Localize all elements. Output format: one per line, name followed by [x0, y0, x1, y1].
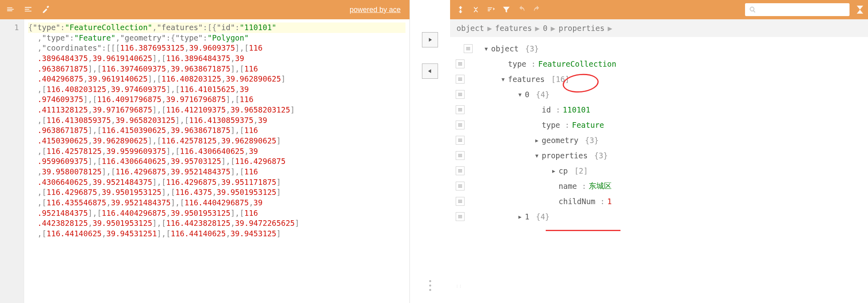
tree-value: 110101 — [563, 105, 590, 114]
expand-icon[interactable] — [455, 4, 466, 15]
drag-handle-icon[interactable] — [456, 282, 461, 291]
toggle-icon[interactable]: ▼ — [515, 92, 525, 98]
left-toolbar: powered by ace — [0, 0, 409, 19]
tree-row[interactable]: ▼0{4} — [450, 87, 868, 102]
svg-rect-18 — [458, 139, 462, 139]
annotation-underline — [546, 230, 620, 231]
tree-key: type — [508, 59, 526, 68]
tree-meta: {3} — [594, 151, 608, 160]
menu-box-icon[interactable] — [456, 212, 465, 221]
undo-icon[interactable] — [516, 4, 527, 15]
breadcrumb-item[interactable]: features — [495, 24, 532, 33]
tree-panel: object▶features▶0▶properties▶ ▼object{3}… — [450, 0, 868, 303]
svg-rect-8 — [458, 80, 462, 81]
tree-key: cp — [559, 166, 568, 175]
tree-meta: {3} — [585, 136, 599, 145]
tree-key: 0 — [525, 90, 529, 99]
tree-key: properties — [542, 151, 588, 160]
tree-row[interactable]: ▼object{3} — [450, 41, 868, 56]
svg-rect-30 — [458, 200, 462, 201]
tree-meta: {4} — [536, 212, 549, 221]
menu-box-icon[interactable] — [456, 105, 465, 114]
menu-box-icon[interactable] — [456, 121, 465, 129]
svg-rect-35 — [458, 217, 462, 218]
toggle-icon[interactable]: ▼ — [498, 76, 508, 82]
menu-box-icon[interactable] — [456, 197, 465, 206]
svg-rect-28 — [458, 186, 462, 186]
tree-row[interactable]: ▼features[16] — [450, 72, 868, 87]
menu-box-icon[interactable] — [456, 75, 465, 84]
tree-row[interactable]: ▶1{4} — [450, 209, 868, 224]
menu-box-icon[interactable] — [456, 90, 465, 99]
filter-icon[interactable] — [501, 4, 512, 15]
tree-value: 东城区 — [589, 181, 612, 191]
lines-icon[interactable] — [23, 4, 34, 15]
format-icon[interactable] — [5, 4, 16, 15]
back-button[interactable] — [422, 63, 438, 79]
svg-rect-9 — [458, 93, 462, 94]
tree-key: features — [508, 75, 545, 84]
svg-rect-4 — [458, 63, 462, 64]
chevron-right-icon: ▶ — [608, 24, 612, 33]
breadcrumb-item[interactable]: properties — [559, 24, 604, 33]
breadcrumb-item[interactable]: 0 — [543, 24, 547, 33]
svg-rect-5 — [458, 65, 462, 66]
tree-key: object — [491, 44, 519, 53]
code-panel: powered by ace 1 {"type":"FeatureCollect… — [0, 0, 410, 303]
svg-rect-14 — [458, 111, 462, 111]
menu-box-icon[interactable] — [456, 59, 465, 68]
breadcrumb: object▶features▶0▶properties▶ — [450, 19, 868, 37]
menu-box-icon[interactable] — [456, 182, 465, 190]
toggle-icon[interactable]: ▶ — [532, 137, 542, 143]
search-input[interactable] — [760, 6, 845, 13]
tree-key: geometry — [542, 136, 579, 145]
svg-rect-7 — [458, 79, 462, 80]
menu-box-icon[interactable] — [456, 151, 465, 160]
sort-icon[interactable] — [485, 4, 497, 15]
tree-key: type — [542, 121, 560, 129]
breadcrumb-item[interactable]: object — [457, 24, 484, 33]
line-gutter: 1 — [0, 19, 24, 303]
code-editor[interactable]: 1 {"type":"FeatureCollection","features"… — [0, 19, 409, 303]
tree-row[interactable]: type:Feature — [450, 117, 868, 133]
tree-row[interactable]: ▶cp[2] — [450, 163, 868, 178]
up-arrow-icon[interactable] — [857, 10, 863, 14]
powered-by-link[interactable]: powered by ace — [350, 6, 405, 14]
tree-value: Feature — [572, 121, 604, 129]
svg-rect-15 — [458, 123, 462, 124]
menu-box-icon[interactable] — [456, 136, 465, 145]
svg-rect-6 — [458, 78, 462, 78]
tree-row[interactable]: type:FeatureCollection — [450, 56, 868, 72]
svg-rect-17 — [458, 126, 462, 127]
tree-row[interactable]: childNum:1 — [450, 194, 868, 209]
tree-row[interactable]: id:110101 — [450, 102, 868, 117]
svg-rect-20 — [458, 141, 462, 142]
toggle-icon[interactable]: ▶ — [515, 214, 525, 220]
svg-rect-25 — [458, 170, 462, 171]
redo-icon[interactable] — [531, 4, 542, 15]
wrench-icon[interactable] — [40, 4, 51, 15]
search-icon — [749, 6, 756, 13]
svg-rect-0 — [466, 47, 470, 48]
svg-rect-13 — [458, 109, 462, 110]
toggle-icon[interactable]: ▼ — [481, 46, 491, 52]
toggle-icon[interactable]: ▼ — [532, 153, 542, 159]
collapse-icon[interactable] — [470, 4, 481, 15]
tree-row[interactable]: ▶geometry{3} — [450, 133, 868, 148]
menu-box-icon[interactable] — [464, 44, 473, 53]
svg-rect-34 — [458, 216, 462, 217]
toggle-icon[interactable]: ▶ — [549, 168, 559, 174]
menu-box-icon[interactable] — [456, 166, 465, 175]
tree-row[interactable]: name:东城区 — [450, 178, 868, 194]
chevron-right-icon: ▶ — [487, 24, 492, 33]
chevron-right-icon: ▶ — [535, 24, 540, 33]
down-arrow-icon[interactable] — [857, 6, 863, 10]
svg-rect-21 — [458, 154, 462, 155]
resize-handle[interactable] — [429, 280, 431, 291]
svg-rect-33 — [458, 215, 462, 216]
tree-value: 1 — [607, 197, 612, 206]
svg-rect-1 — [466, 48, 470, 49]
svg-rect-31 — [458, 201, 462, 202]
tree-row[interactable]: ▼properties{3} — [450, 148, 868, 163]
forward-button[interactable] — [422, 32, 438, 47]
